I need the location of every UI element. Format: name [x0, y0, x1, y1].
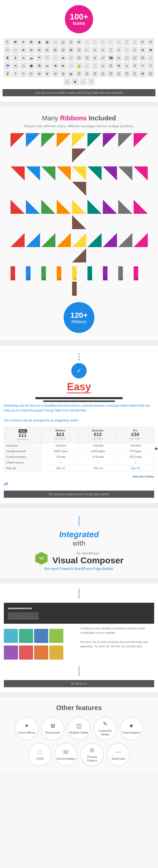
- row-email: E-mail accounts 1 Emails 10 Emails 100 E…: [4, 454, 154, 460]
- dark-bar-2: [43, 400, 115, 402]
- storage-1: 10GB Space: [42, 448, 80, 454]
- icon-cell-26: ⊟: [59, 46, 67, 54]
- list-item: [26, 133, 40, 147]
- list-item: [118, 266, 132, 280]
- ribbons-row-4: [4, 233, 154, 262]
- icon-cell-6: ◌: [52, 38, 59, 45]
- label-storage: Storage amount: [4, 448, 42, 454]
- icon-cell-64: ☛: [59, 62, 67, 69]
- feature-icon-0: ✦: [24, 722, 29, 730]
- ribbons-section: Many Ribbons Included Ribbons with diffe…: [0, 106, 158, 341]
- list-item: [103, 133, 117, 147]
- ribbons-badge: 120+ Ribbons: [63, 302, 95, 333]
- icon-cell-41: ☁: [28, 54, 35, 61]
- icons-badge: 100+ Icons: [65, 5, 93, 33]
- ribbons-subtitle: Ribbons with different colors, different…: [4, 124, 154, 128]
- icon-cell-12: ↑: [99, 38, 106, 45]
- col-business: Business €13 per month: [79, 427, 117, 443]
- icon-cell-66: ☝: [75, 62, 83, 69]
- list-item: [72, 149, 86, 163]
- feature-icon-5: ◌: [37, 748, 42, 756]
- icon-cell-95: ☺: [63, 78, 71, 85]
- dot-2: [78, 356, 80, 358]
- medium-price: $13: [43, 432, 77, 437]
- pro-price: £34: [118, 432, 153, 437]
- icon-cell-87: ☲: [91, 70, 99, 77]
- colors-text-col: Creating a color variation example to ch…: [80, 626, 154, 662]
- list-item: [134, 200, 148, 214]
- label-accounts: Accounts: [4, 443, 42, 448]
- icon-cell-9: ⊕: [75, 38, 83, 45]
- add-col-plus[interactable]: +: [154, 445, 158, 453]
- icon-cell-1: ✖: [12, 38, 19, 45]
- ribbons-title: Many Ribbons Included: [4, 114, 154, 122]
- list-item: [57, 200, 71, 214]
- color-swatch-bottom-2: [34, 646, 48, 659]
- icon-cell-44: ☄: [52, 54, 59, 61]
- dot-1: [78, 353, 80, 355]
- list-item: [72, 166, 86, 181]
- list-item: [118, 200, 132, 214]
- icon-cell-59: ☖: [20, 62, 27, 69]
- icon-cell-78: ☩: [20, 70, 27, 77]
- ribbons-label: Ribbons: [72, 319, 87, 324]
- color-swatch-top-2: [34, 629, 48, 643]
- icon-cell-74: ☥: [139, 62, 146, 69]
- ribbons-row-1: [4, 133, 154, 163]
- pricing-preview: Basic £11 per month Medium $13 per month…: [4, 427, 154, 471]
- list-item: [87, 233, 102, 247]
- icon-cell-70: ☡: [107, 62, 114, 69]
- list-item: [103, 266, 117, 280]
- features-grid: ✦Hover Effects⊞Responsive◫Multiple Table…: [4, 717, 154, 766]
- accounts-2: Unlimited: [80, 443, 117, 448]
- feature-icon-4: ★: [129, 722, 134, 730]
- ribbons-row-5: [4, 266, 154, 296]
- list-item: [103, 200, 117, 214]
- feature-icon-3: ✎: [103, 720, 107, 728]
- dark-bar-header: ■■■■■■■■■■■■■: [4, 603, 154, 624]
- list-item: [118, 233, 132, 247]
- list-item: [26, 166, 40, 181]
- icon-cell-21: ★: [20, 46, 27, 54]
- feature-hover-effects: ✦Hover Effects: [15, 717, 38, 740]
- list-item: [10, 233, 25, 247]
- list-item: [41, 133, 55, 147]
- icon-cell-38: ♜: [4, 54, 11, 61]
- list-item: [41, 266, 55, 280]
- icon-cell-17: ⟳: [139, 38, 146, 45]
- feature-responsive: ⊞Responsive: [41, 717, 64, 740]
- icon-cell-76: ☧: [4, 70, 11, 77]
- list-item: [26, 200, 40, 214]
- update-badge: TE WITH 1.2.: [4, 680, 154, 687]
- list-item: [134, 266, 148, 280]
- signup-3[interactable]: Sign Up: [117, 465, 154, 471]
- features-section: Other features ✦Hover Effects⊞Responsive…: [0, 698, 158, 773]
- icon-cell-24: ⊘: [44, 46, 51, 54]
- icon-cell-79: ☪: [28, 70, 35, 77]
- list-item: [87, 200, 102, 214]
- list-item: [87, 266, 102, 280]
- icon-cell-71: ☢: [115, 62, 122, 69]
- colors-text-1: Creating a color variation example to ch…: [80, 626, 154, 635]
- email-2: 10 Emails: [80, 454, 117, 460]
- list-item: [10, 133, 25, 147]
- pro-period: per month: [118, 437, 153, 440]
- list-item: [118, 133, 132, 147]
- color-swatch-top-3: [49, 629, 63, 643]
- storage-3: 7TB Space: [117, 448, 154, 454]
- signup-2[interactable]: Sign Up: [80, 465, 117, 471]
- basic-period: per month: [5, 438, 40, 441]
- feature-multiple-tables: ◫Multiple Tables: [68, 717, 90, 740]
- colors-content-row: Creating a color variation example to ch…: [4, 626, 154, 662]
- add-col-label: Add new Column: [4, 475, 154, 478]
- icon-cell-73: ☤: [131, 62, 138, 69]
- medium-name: Medium: [43, 429, 77, 432]
- signup-1[interactable]: Sign Up: [42, 465, 80, 471]
- icon-cell-32: ♖: [107, 46, 114, 54]
- icon-cell-36: ♛: [139, 46, 146, 54]
- feature-label-5: CSS3: [36, 757, 44, 761]
- icon-cell-60: ☗: [28, 62, 35, 69]
- dark-bar-1: [35, 397, 123, 399]
- icon-cell-80: ☫: [36, 70, 43, 77]
- icon-cell-49: ☌: [91, 54, 99, 61]
